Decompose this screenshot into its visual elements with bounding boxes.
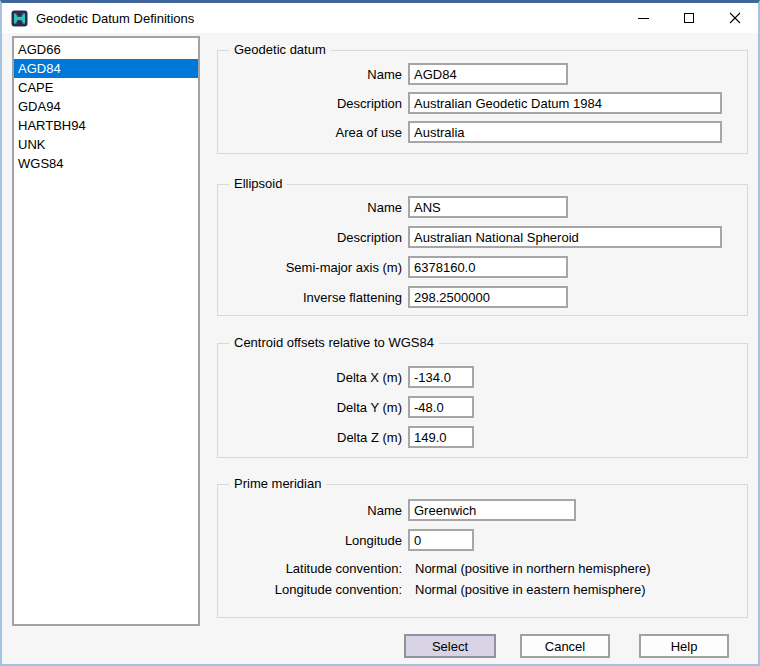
group-title-geodetic-datum: Geodetic datum (229, 42, 331, 58)
window-controls (620, 3, 758, 33)
delta-z-label: Delta Z (m) (218, 430, 402, 445)
datum-listbox: AGD66 AGD84 CAPE GDA94 HARTBH94 UNK WGS8… (12, 36, 200, 626)
latitude-convention-value: Normal (positive in northern hemisphere) (415, 561, 651, 576)
delta-x-input[interactable] (408, 366, 474, 388)
list-item-cape[interactable]: CAPE (14, 78, 198, 97)
ellipsoid-description-label: Description (218, 230, 402, 245)
list-item-gda94[interactable]: GDA94 (14, 97, 198, 116)
group-geodetic-datum: Geodetic datum Name Description Area of … (217, 50, 748, 154)
list-item-unk[interactable]: UNK (14, 135, 198, 154)
datum-name-label: Name (218, 67, 402, 82)
prime-meridian-name-input[interactable] (408, 499, 576, 521)
datum-description-input[interactable] (408, 92, 722, 114)
prime-meridian-name-label: Name (218, 503, 402, 518)
longitude-convention-value: Normal (positive in eastern hemisphere) (415, 582, 645, 597)
semi-major-axis-label: Semi-major axis (m) (218, 260, 402, 275)
group-title-centroid-offsets: Centroid offsets relative to WGS84 (229, 335, 439, 351)
longitude-input[interactable] (408, 529, 474, 551)
datum-area-of-use-label: Area of use (218, 125, 402, 140)
maximize-button[interactable] (666, 3, 712, 33)
ellipsoid-name-input[interactable] (408, 196, 568, 218)
list-item-agd84-selected[interactable]: AGD84 (14, 59, 198, 78)
minimize-icon (638, 18, 649, 19)
close-icon (729, 12, 741, 24)
delta-y-input[interactable] (408, 396, 474, 418)
datum-description-label: Description (218, 96, 402, 111)
window-title: Geodetic Datum Definitions (36, 11, 194, 26)
group-title-prime-meridian: Prime meridian (229, 476, 326, 492)
cancel-button[interactable]: Cancel (520, 634, 610, 658)
group-title-ellipsoid: Ellipsoid (229, 176, 287, 192)
minimize-button[interactable] (620, 3, 666, 33)
semi-major-axis-input[interactable] (408, 256, 568, 278)
delta-z-input[interactable] (408, 426, 474, 448)
group-centroid-offsets: Centroid offsets relative to WGS84 Delta… (217, 343, 748, 458)
app-h-logo-icon (11, 10, 28, 27)
inverse-flattening-label: Inverse flattening (218, 290, 402, 305)
geodetic-datum-dialog: Geodetic Datum Definitions AGD66 AGD84 C… (0, 0, 760, 666)
group-prime-meridian: Prime meridian Name Longitude Latitude c… (217, 484, 748, 618)
delta-y-label: Delta Y (m) (218, 400, 402, 415)
ellipsoid-name-label: Name (218, 200, 402, 215)
help-button[interactable]: Help (639, 634, 729, 658)
inverse-flattening-input[interactable] (408, 286, 568, 308)
close-button[interactable] (712, 3, 758, 33)
title-bar[interactable]: Geodetic Datum Definitions (2, 3, 758, 33)
datum-area-of-use-input[interactable] (408, 121, 722, 143)
longitude-label: Longitude (218, 533, 402, 548)
select-button[interactable]: Select (404, 634, 496, 658)
datum-name-input[interactable] (408, 63, 568, 85)
delta-x-label: Delta X (m) (218, 370, 402, 385)
list-item-agd66[interactable]: AGD66 (14, 40, 198, 59)
longitude-convention-label: Longitude convention: (218, 582, 402, 597)
group-ellipsoid: Ellipsoid Name Description Semi-major ax… (217, 184, 748, 316)
list-item-hartbh94[interactable]: HARTBH94 (14, 116, 198, 135)
maximize-icon (684, 13, 694, 23)
ellipsoid-description-input[interactable] (408, 226, 722, 248)
latitude-convention-label: Latitude convention: (218, 561, 402, 576)
list-item-wgs84[interactable]: WGS84 (14, 154, 198, 173)
